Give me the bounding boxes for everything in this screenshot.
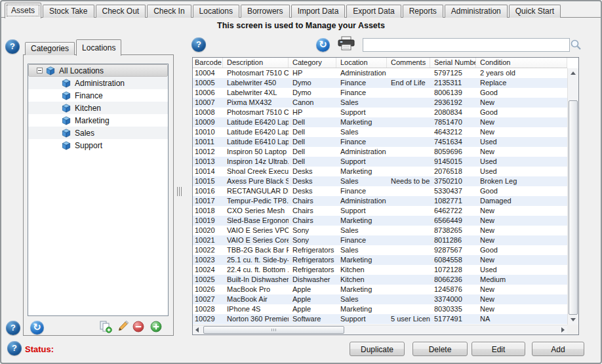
table-row[interactable]: 10005Labelwriter 450DymoFinanceEnd of Li… <box>193 78 567 88</box>
tree-item-kitchen[interactable]: Kitchen <box>28 102 168 114</box>
table-row[interactable]: 10022TBB-2G Back Bar R...RefrigeratorsSa… <box>193 245 567 255</box>
table-row[interactable]: 10013Inspiron 14z Ultrab...DellSupport91… <box>193 157 567 167</box>
refresh-tree-icon[interactable]: ↻ <box>30 321 44 334</box>
horizontal-scrollbar[interactable] <box>193 325 567 334</box>
table-row[interactable]: 10026MacBook ProAppleMarketing1245876New <box>193 285 567 294</box>
refresh-table-icon[interactable]: ↻ <box>316 38 330 52</box>
duplicate-button[interactable]: Duplicate <box>350 342 405 356</box>
table-cell <box>387 186 430 196</box>
help-icon[interactable]: ? <box>5 39 20 54</box>
table-cell: 10014 <box>193 167 223 176</box>
table-cell <box>387 245 430 255</box>
table-row[interactable]: 10008Photosmart 7510 C...HPSupport208083… <box>193 108 567 117</box>
table-row[interactable]: 10028IPhone 4SAppleMarketing8030335New <box>193 304 567 314</box>
edit-button[interactable]: Edit <box>472 342 525 356</box>
subtab-categories[interactable]: Categories <box>25 42 75 55</box>
table-cell <box>387 294 430 304</box>
search-input[interactable] <box>363 38 570 52</box>
tab-reports[interactable]: Reports <box>403 5 443 18</box>
table-row[interactable]: 10027MacBook AirAppleSales3374000New <box>193 294 567 304</box>
add-item-icon[interactable] <box>150 321 162 333</box>
tree-item-finance[interactable]: Finance <box>28 89 168 102</box>
tab-check-in[interactable]: Check In <box>147 5 191 18</box>
tab-check-out[interactable]: Check Out <box>96 5 146 18</box>
add-button[interactable]: Add <box>532 342 584 356</box>
table-row[interactable]: 10018CXO Series MeshChairsSupport6462722… <box>193 206 567 216</box>
tree-item-support[interactable]: Support <box>28 139 168 152</box>
table-row[interactable]: 1002325.1 cu. ft. Side-by-...Refrigerato… <box>193 255 567 265</box>
table-row[interactable]: 10014Shoal Creek Executi...DesksMarketin… <box>193 167 567 176</box>
app-window: AssetsStock TakeCheck OutCheck InLocatio… <box>0 0 602 364</box>
panel-splitter-handle[interactable] <box>177 187 183 196</box>
scroll-down-arrow[interactable] <box>568 314 578 325</box>
vertical-scrollbar[interactable] <box>567 68 578 325</box>
table-cell: 10005 <box>193 78 223 88</box>
subtab-locations[interactable]: Locations <box>76 39 121 56</box>
tree-item-label: Sales <box>75 129 94 138</box>
tab-assets[interactable]: Assets <box>5 3 41 18</box>
table-cell: 10029 <box>193 314 223 324</box>
table-row[interactable]: 10019Sled-Base ErgonomicChairsMarketing6… <box>193 216 567 226</box>
scroll-up-arrow[interactable] <box>568 68 578 79</box>
table-row[interactable]: 10025Built-In Dishwasher...DishwasherKit… <box>193 275 567 285</box>
table-row[interactable]: 10012Inspiron 50 LaptopDellAdministratio… <box>193 147 567 157</box>
table-row[interactable]: 10006Labelwriter 4XLDymoFinance8006139Go… <box>193 88 567 98</box>
table-row[interactable]: 10021VAIO E Series Core ...SonyFinance80… <box>193 235 567 245</box>
scrollbar-corner <box>567 325 578 334</box>
table-cell: Administration <box>336 147 387 157</box>
table-cell: Sales <box>336 98 387 108</box>
duplicate-item-icon[interactable] <box>99 321 112 333</box>
table-cell: New <box>476 294 567 304</box>
vertical-scroll-thumb[interactable] <box>569 100 578 315</box>
help-icon[interactable]: ? <box>7 341 22 355</box>
table-row[interactable]: 10015Axess Pure Black S...DesksSalesNeed… <box>193 176 567 186</box>
tab-import-data[interactable]: Import Data <box>291 5 346 18</box>
table-cell: Finance <box>336 137 387 147</box>
table-row[interactable]: 10007Pixma MX432CanonSales2936192New <box>193 98 567 108</box>
delete-button[interactable]: Delete <box>412 342 468 356</box>
table-row[interactable]: 10017Tempur-Pedic TP8...ChairsAdministra… <box>193 196 567 206</box>
table-row[interactable]: 10029Norton 360 PremierSoftwareSupport5 … <box>193 314 567 324</box>
tree-item-marketing[interactable]: Marketing <box>28 114 168 127</box>
table-row[interactable]: 10009Latitude E6420 Lapt...DellMarketing… <box>193 117 567 127</box>
print-icon[interactable] <box>336 36 356 53</box>
table-cell <box>387 265 430 275</box>
tree-item-sales[interactable]: Sales <box>28 127 168 139</box>
table-row[interactable]: 10010Latitude E6420 Lapt...DellSales4643… <box>193 127 567 137</box>
tab-stock-take[interactable]: Stock Take <box>43 5 94 18</box>
table-cell: New <box>476 127 567 137</box>
tree-collapse-icon[interactable] <box>37 68 43 73</box>
delete-item-icon[interactable] <box>132 321 144 333</box>
tab-quick-start[interactable]: Quick Start <box>509 5 561 18</box>
table-row[interactable]: 10004Photosmart 7510 C...HPAdministratio… <box>193 68 567 78</box>
table-row[interactable]: 10011Latitude E6410 Lapt...DellFinance74… <box>193 137 567 147</box>
column-header-condition[interactable]: Condition <box>476 58 567 68</box>
search-icon[interactable] <box>570 39 582 51</box>
table-cell: 10012 <box>193 147 223 157</box>
column-header-description[interactable]: Description <box>223 58 289 68</box>
table-row[interactable]: 10016RECTANGULAR DE...DesksFinance533043… <box>193 186 567 196</box>
scroll-left-arrow[interactable] <box>193 325 203 334</box>
horizontal-scroll-thumb[interactable] <box>203 326 344 334</box>
column-header-location[interactable]: Location <box>336 58 387 68</box>
location-cube-icon <box>61 128 71 138</box>
tab-borrowers[interactable]: Borrowers <box>241 5 290 18</box>
column-header-comments[interactable]: Comments <box>387 58 430 68</box>
edit-pencil-icon[interactable] <box>116 319 130 333</box>
help-icon[interactable]: ? <box>6 321 20 335</box>
scroll-right-arrow[interactable] <box>557 325 567 334</box>
tree-item-administration[interactable]: Administration <box>28 77 168 89</box>
table-row[interactable]: 10020VAIO E Series VPC-...SonySales87382… <box>193 226 567 235</box>
help-icon[interactable]: ? <box>191 37 206 52</box>
tree-item-all-locations[interactable]: All Locations <box>28 64 168 77</box>
tab-locations[interactable]: Locations <box>193 5 239 18</box>
table-cell: Support <box>336 206 387 216</box>
table-row[interactable]: 1002422.4 cu. ft. Bottom ...Refrigerator… <box>193 265 567 275</box>
tab-export-data[interactable]: Export Data <box>346 5 401 18</box>
column-header-barcode[interactable]: Barcode <box>193 58 223 68</box>
tab-administration[interactable]: Administration <box>445 5 508 18</box>
column-header-category[interactable]: Category <box>289 58 336 68</box>
table-cell: VAIO E Series Core ... <box>223 235 289 245</box>
table-cell: Finance <box>336 235 387 245</box>
column-header-serial-number[interactable]: Serial Number <box>430 58 476 68</box>
